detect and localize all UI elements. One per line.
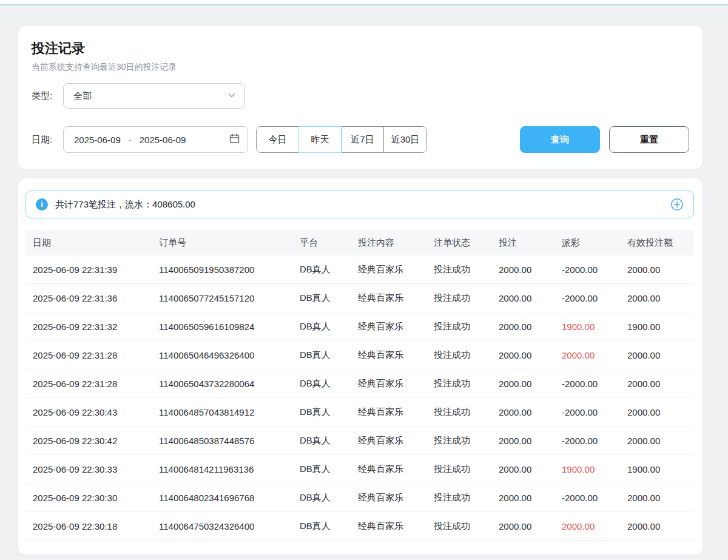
cell-content: 经典百家乐 — [358, 435, 434, 447]
cell-content: 经典百家乐 — [358, 492, 434, 504]
cell-content: 经典百家乐 — [358, 407, 434, 418]
table-row: 2025-06-09 22:31:361140065077245157120DB… — [25, 284, 694, 312]
cell-valid_bet: 2000.00 — [627, 493, 694, 503]
cell-content: 经典百家乐 — [358, 264, 434, 275]
cell-status: 投注成功 — [434, 321, 499, 332]
quick-range-button-1[interactable]: 昨天 — [299, 127, 342, 152]
date-label: 日期: — [32, 134, 63, 146]
cell-content: 经典百家乐 — [358, 521, 434, 532]
cell-order_no: 1140064857043814912 — [159, 407, 300, 417]
records-panel: i 共计773笔投注，流水：408605.00 日期订单号平台投注内容注单状态投… — [18, 178, 703, 555]
top-divider — [0, 0, 728, 5]
cell-platform: DB真人 — [300, 407, 358, 418]
cell-bet: 2000.00 — [499, 350, 562, 360]
cell-valid_bet: 2000.00 — [627, 293, 694, 303]
column-header: 订单号 — [159, 237, 300, 249]
cell-order_no: 1140064814211963136 — [159, 464, 300, 474]
table-body: 2025-06-09 22:31:391140065091950387200DB… — [25, 255, 694, 541]
cell-date: 2025-06-09 22:30:18 — [33, 521, 159, 531]
circle-plus-icon[interactable] — [670, 198, 684, 211]
cell-order_no: 1140064850387448576 — [159, 436, 300, 446]
cell-status: 投注成功 — [434, 264, 499, 275]
cell-payout: 2000.00 — [562, 521, 627, 531]
column-header: 投注内容 — [358, 237, 434, 249]
cell-valid_bet: 1900.00 — [627, 464, 694, 474]
reset-button[interactable]: 重置 — [609, 126, 689, 153]
cell-valid_bet: 2000.00 — [627, 407, 694, 417]
cell-date: 2025-06-09 22:30:43 — [33, 407, 159, 417]
cell-valid_bet: 2000.00 — [627, 436, 694, 446]
chevron-down-icon — [228, 91, 236, 101]
filter-panel: 投注记录 当前系统支持查询最近30日的投注记录 类型: 全部 日期: 2025-… — [18, 26, 703, 169]
column-header: 投注 — [499, 237, 562, 249]
quick-range-button-2[interactable]: 近7日 — [342, 127, 384, 152]
date-start-value: 2025-06-09 — [74, 135, 121, 145]
cell-order_no: 1140065046496326400 — [159, 350, 300, 360]
cell-order_no: 1140064802341696768 — [159, 493, 300, 503]
cell-valid_bet: 2000.00 — [627, 521, 694, 531]
table-row: 2025-06-09 22:30:181140064750324326400DB… — [25, 512, 694, 541]
cell-date: 2025-06-09 22:31:39 — [33, 265, 159, 275]
table-row: 2025-06-09 22:30:331140064814211963136DB… — [25, 455, 694, 484]
column-header: 有效投注额 — [627, 237, 694, 249]
cell-status: 投注成功 — [434, 407, 499, 418]
cell-platform: DB真人 — [300, 464, 358, 475]
cell-payout: -2000.00 — [562, 293, 627, 303]
cell-bet: 2000.00 — [499, 407, 562, 417]
cell-date: 2025-06-09 22:31:28 — [33, 379, 159, 389]
table-row: 2025-06-09 22:31:391140065091950387200DB… — [25, 255, 694, 284]
cell-date: 2025-06-09 22:30:30 — [33, 493, 159, 503]
type-filter-row: 类型: 全部 — [32, 83, 689, 109]
cell-status: 投注成功 — [434, 378, 499, 390]
cell-status: 投注成功 — [434, 464, 499, 475]
type-label: 类型: — [32, 90, 63, 102]
quick-range-button-0[interactable]: 今日 — [257, 127, 299, 152]
page-root: 投注记录 当前系统支持查询最近30日的投注记录 类型: 全部 日期: 2025-… — [0, 5, 728, 555]
type-select-value: 全部 — [73, 90, 92, 102]
cell-platform: DB真人 — [300, 264, 358, 275]
cell-date: 2025-06-09 22:30:42 — [33, 436, 159, 446]
cell-order_no: 1140065043732280064 — [159, 379, 300, 389]
cell-order_no: 1140065077245157120 — [159, 293, 300, 303]
cell-status: 投注成功 — [434, 292, 499, 304]
cell-bet: 2000.00 — [499, 265, 562, 275]
cell-date: 2025-06-09 22:31:36 — [33, 293, 159, 303]
cell-bet: 2000.00 — [499, 379, 562, 389]
cell-bet: 2000.00 — [499, 521, 562, 531]
table-row: 2025-06-09 22:31:321140065059616109824DB… — [25, 312, 694, 341]
calendar-icon[interactable] — [229, 133, 240, 146]
cell-date: 2025-06-09 22:31:32 — [33, 322, 159, 332]
type-select[interactable]: 全部 — [63, 83, 245, 109]
table-row: 2025-06-09 22:31:281140065043732280064DB… — [25, 369, 694, 398]
cell-platform: DB真人 — [300, 292, 358, 304]
quick-range-button-3[interactable]: 近30日 — [384, 127, 426, 152]
date-end-value: 2025-06-09 — [140, 135, 186, 145]
search-button[interactable]: 查询 — [520, 126, 600, 153]
cell-platform: DB真人 — [300, 492, 358, 504]
cell-platform: DB真人 — [300, 521, 358, 532]
table-row: 2025-06-09 22:30:421140064850387448576DB… — [25, 427, 694, 455]
table-row: 2025-06-09 22:30:431140064857043814912DB… — [25, 398, 694, 427]
cell-platform: DB真人 — [300, 349, 358, 361]
summary-text: 共计773笔投注，流水：408605.00 — [55, 199, 195, 211]
cell-content: 经典百家乐 — [358, 321, 434, 332]
table-row: 2025-06-09 22:30:301140064802341696768DB… — [25, 484, 694, 512]
column-header: 日期 — [33, 237, 159, 249]
column-header: 注单状态 — [434, 237, 499, 249]
date-range-input[interactable]: 2025-06-09 - 2025-06-09 — [63, 126, 248, 153]
cell-order_no: 1140064750324326400 — [159, 521, 300, 531]
info-circle-icon: i — [36, 198, 48, 211]
cell-date: 2025-06-09 22:31:28 — [33, 350, 159, 360]
cell-bet: 2000.00 — [499, 436, 562, 446]
cell-bet: 2000.00 — [499, 493, 562, 503]
cell-payout: -2000.00 — [562, 436, 627, 446]
cell-valid_bet: 1900.00 — [627, 322, 694, 332]
cell-date: 2025-06-09 22:30:33 — [33, 464, 159, 474]
cell-content: 经典百家乐 — [358, 464, 434, 475]
cell-content: 经典百家乐 — [358, 378, 434, 390]
cell-payout: -2000.00 — [562, 379, 627, 389]
date-range-separator: - — [129, 135, 132, 145]
cell-payout: -2000.00 — [562, 265, 627, 275]
cell-bet: 2000.00 — [499, 293, 562, 303]
cell-payout: 1900.00 — [562, 464, 627, 474]
